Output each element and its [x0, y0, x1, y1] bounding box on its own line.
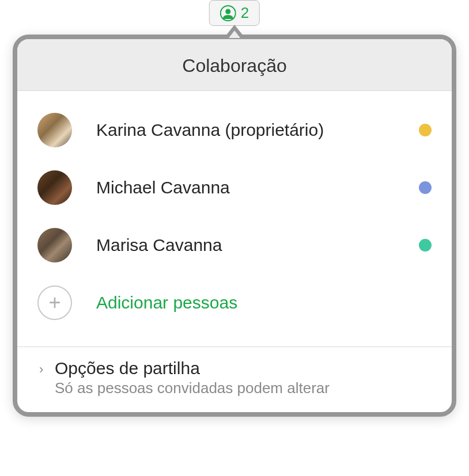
add-people-label: Adicionar pessoas — [96, 293, 237, 313]
collaboration-toolbar-button[interactable]: 2 — [209, 0, 260, 26]
participant-name: Karina Cavanna (proprietário) — [96, 120, 419, 140]
status-dot — [419, 181, 432, 194]
popover-arrow — [225, 25, 244, 36]
avatar — [37, 228, 72, 262]
add-people-button[interactable]: + Adicionar pessoas — [37, 274, 432, 336]
participant-name: Marisa Cavanna — [96, 235, 419, 255]
status-dot — [419, 239, 432, 252]
share-options-subtitle: Só as pessoas convidadas podem alterar — [55, 379, 432, 397]
popover-header: Colaboração — [17, 39, 452, 91]
share-options-button[interactable]: › Opções de partilha Só as pessoas convi… — [17, 346, 452, 412]
participant-name: Michael Cavanna — [96, 178, 419, 197]
participants-list: Karina Cavanna (proprietário) Michael Ca… — [17, 91, 452, 346]
collaboration-popover: Colaboração Karina Cavanna (proprietário… — [13, 35, 456, 417]
share-options-title: Opções de partilha — [55, 359, 432, 378]
plus-circle-icon: + — [37, 285, 72, 320]
status-dot — [419, 124, 432, 136]
participant-row[interactable]: Marisa Cavanna — [37, 216, 432, 274]
svg-point-1 — [225, 9, 230, 14]
participant-row[interactable]: Michael Cavanna — [37, 159, 432, 216]
popover-title: Colaboração — [17, 55, 452, 77]
participant-row-owner[interactable]: Karina Cavanna (proprietário) — [37, 101, 432, 159]
person-silhouette-icon — [220, 5, 236, 21]
chevron-right-icon: › — [39, 362, 43, 377]
collaborator-count: 2 — [241, 4, 249, 22]
avatar — [37, 113, 72, 147]
avatar — [37, 170, 72, 205]
plus-icon: + — [48, 292, 60, 313]
